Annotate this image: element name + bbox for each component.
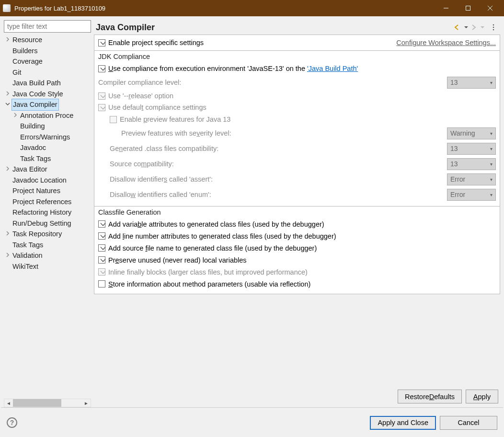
classfile-option-row: Preserve unused (never read) local varia…: [98, 254, 496, 266]
chevron-right-icon[interactable]: [4, 89, 11, 100]
tree-item[interactable]: Building: [4, 121, 91, 132]
classfile-option-row: Add variable attributes to generated cla…: [98, 218, 496, 230]
tree-item[interactable]: WikiText: [4, 261, 91, 272]
back-menu-icon[interactable]: [464, 23, 469, 32]
window-title: Properties for Lab1_1183710109: [14, 5, 105, 12]
source-compat-label: Source compatibility:: [110, 160, 174, 168]
classfile-option-label: Preserve unused (never read) local varia…: [108, 256, 247, 264]
chevron-right-icon[interactable]: [4, 250, 11, 261]
source-compat-combo[interactable]: 13▾: [447, 158, 496, 170]
tree-item[interactable]: Task Tags: [4, 153, 91, 164]
classfile-option-checkbox[interactable]: [98, 256, 105, 264]
classfile-option-label: Inline finally blocks (larger class file…: [108, 268, 308, 276]
chevron-down-icon: ▾: [490, 177, 493, 182]
scroll-right-icon[interactable]: ►: [82, 399, 91, 407]
classfile-option-checkbox[interactable]: [98, 220, 105, 228]
java-build-path-link[interactable]: 'Java Build Path': [307, 65, 358, 72]
view-menu-icon[interactable]: [489, 23, 498, 32]
tree-item-label: Builders: [11, 46, 38, 57]
configure-workspace-link[interactable]: Configure Workspace Settings...: [396, 39, 496, 46]
horizontal-scrollbar[interactable]: ◄ ►: [4, 399, 91, 407]
tree-item[interactable]: Annotation Proce: [4, 110, 91, 121]
tree-item-label: Validation: [11, 250, 44, 261]
chevron-right-icon[interactable]: [4, 164, 11, 175]
tree-item[interactable]: Java Editor: [4, 164, 91, 175]
help-icon[interactable]: ?: [7, 417, 17, 428]
use-release-checkbox: [98, 92, 105, 100]
compliance-level-combo[interactable]: 13▾: [447, 77, 496, 89]
tree-item[interactable]: Java Build Path: [4, 78, 91, 89]
enable-project-specific-checkbox[interactable]: [98, 39, 105, 46]
generated-class-combo[interactable]: 13▾: [447, 143, 496, 155]
filter-input[interactable]: [4, 20, 91, 33]
nav-tree[interactable]: ResourceBuildersCoverageGitJava Build Pa…: [4, 34, 91, 398]
tree-item[interactable]: Project References: [4, 196, 91, 207]
classfile-option-row: Add line number attributes to generated …: [98, 230, 496, 242]
tree-item[interactable]: Resource: [4, 34, 91, 46]
chevron-down-icon: ▾: [490, 146, 493, 151]
classfile-option-label: Store information about method parameter…: [108, 280, 310, 288]
enable-preview-checkbox: [110, 116, 117, 123]
cancel-button[interactable]: Cancel: [440, 416, 497, 430]
tree-item[interactable]: Javadoc: [4, 142, 91, 153]
chevron-right-icon[interactable]: [11, 110, 19, 121]
title-bar: Properties for Lab1_1183710109: [0, 0, 504, 16]
tree-item-label: Java Editor: [11, 164, 48, 175]
classfile-option-label: Add source file name to generated class …: [108, 244, 317, 252]
close-button[interactable]: [479, 0, 501, 16]
tree-item[interactable]: Validation: [4, 250, 91, 261]
tree-item[interactable]: Run/Debug Setting: [4, 218, 91, 229]
classfile-generation-group: Classfile Generation Add variable attrib…: [94, 206, 500, 294]
disallow-enum-combo[interactable]: Error▾: [447, 189, 496, 201]
tree-item[interactable]: Builders: [4, 46, 91, 57]
use-exec-env-checkbox[interactable]: [98, 65, 105, 72]
use-default-checkbox: [98, 104, 105, 111]
scroll-left-icon[interactable]: ◄: [4, 399, 13, 407]
chevron-down-icon: ▾: [490, 131, 493, 136]
disallow-assert-combo[interactable]: Error▾: [447, 173, 496, 185]
maximize-button[interactable]: [457, 0, 479, 16]
jdk-compliance-title: JDK Compliance: [94, 51, 500, 60]
classfile-option-checkbox[interactable]: [98, 232, 105, 240]
svg-point-5: [493, 27, 494, 28]
jdk-compliance-group: JDK Compliance Use compliance from execu…: [94, 50, 500, 207]
classfile-option-checkbox[interactable]: [98, 280, 105, 288]
restore-defaults-button[interactable]: Restore Defaults: [398, 390, 462, 403]
compliance-level-label: Compiler compliance level:: [98, 79, 181, 86]
classfile-option-checkbox: [98, 268, 105, 276]
nav-pane: ResourceBuildersCoverageGitJava Build Pa…: [4, 20, 91, 407]
classfile-option-checkbox[interactable]: [98, 244, 105, 252]
classfile-option-row: Inline finally blocks (larger class file…: [98, 266, 496, 278]
classfile-option-label: Add line number attributes to generated …: [108, 232, 336, 240]
chevron-right-icon[interactable]: [4, 229, 11, 240]
tree-item[interactable]: Java Compiler: [4, 99, 91, 110]
minimize-button[interactable]: [435, 0, 457, 16]
chevron-down-icon: ▾: [490, 80, 493, 85]
footer: ? Apply and Close Cancel: [0, 408, 504, 437]
tree-item-label: WikiText: [11, 261, 39, 272]
chevron-right-icon[interactable]: [4, 34, 11, 46]
forward-button[interactable]: [470, 23, 479, 32]
forward-menu-icon[interactable]: [480, 23, 485, 32]
tree-item[interactable]: Task Repository: [4, 229, 91, 240]
apply-button[interactable]: Apply: [466, 390, 498, 403]
tree-item[interactable]: Javadoc Location: [4, 175, 91, 186]
back-button[interactable]: [453, 23, 463, 32]
tree-item[interactable]: Coverage: [4, 56, 91, 67]
classfile-option-label: Add variable attributes to generated cla…: [108, 220, 324, 228]
tree-item[interactable]: Task Tags: [4, 240, 91, 251]
apply-and-close-button[interactable]: Apply and Close: [370, 416, 436, 430]
tree-item[interactable]: Java Code Style: [4, 89, 91, 100]
tree-item[interactable]: Refactoring History: [4, 207, 91, 218]
preview-severity-combo[interactable]: Warning▾: [447, 127, 496, 139]
chevron-down-icon[interactable]: [4, 99, 11, 110]
disallow-enum-label: Disallow identifiers called 'enum':: [110, 191, 211, 198]
chevron-down-icon: ▾: [490, 161, 493, 167]
tree-item[interactable]: Errors/Warnings: [4, 132, 91, 143]
tree-item-label: Errors/Warnings: [19, 132, 71, 143]
tree-item[interactable]: Git: [4, 67, 91, 78]
tree-item-label: Project Natures: [11, 185, 61, 196]
tree-item[interactable]: Project Natures: [4, 185, 91, 196]
scroll-thumb[interactable]: [13, 399, 61, 407]
tree-item-label: Refactoring History: [11, 207, 72, 218]
